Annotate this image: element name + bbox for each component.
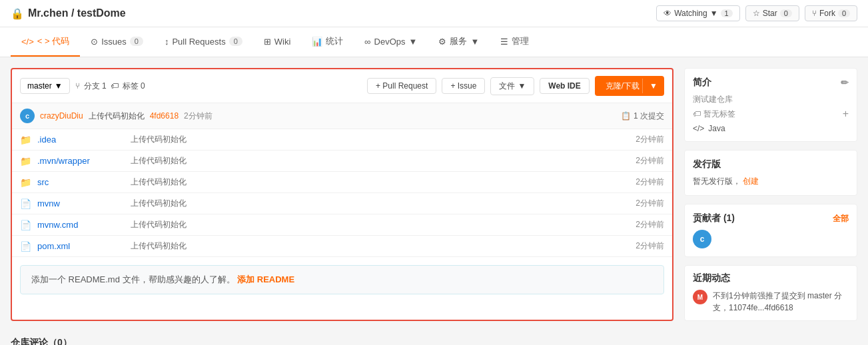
contrib-all-link[interactable]: 全部 bbox=[833, 213, 849, 224]
watching-dropdown-icon: ▼ bbox=[710, 9, 718, 18]
tab-stats[interactable]: 📊 统计 bbox=[301, 27, 354, 57]
file-button[interactable]: 文件 ▼ bbox=[490, 77, 534, 95]
commit-count-icon: 📋 bbox=[621, 111, 631, 121]
star-label: Star bbox=[763, 9, 777, 18]
webide-button[interactable]: Web IDE bbox=[540, 78, 589, 94]
intro-edit-icon[interactable]: ✏ bbox=[841, 77, 849, 88]
watching-label: Watching bbox=[674, 9, 707, 18]
issues-icon: ⊙ bbox=[91, 37, 98, 47]
tab-wiki[interactable]: ⊞ Wiki bbox=[253, 29, 302, 56]
fork-icon: ⑂ bbox=[812, 9, 817, 18]
star-icon: ☆ bbox=[753, 9, 760, 18]
lock-icon: 🔒 bbox=[11, 7, 24, 20]
repo-content: master ▼ ⑂ 分支 1 🏷 标签 0 + Pull Request + … bbox=[11, 68, 673, 321]
branch-select[interactable]: master ▼ bbox=[20, 78, 70, 94]
tab-devops-label: DevOps bbox=[374, 37, 406, 47]
eye-icon: 👁 bbox=[663, 9, 671, 18]
readme-notice: 添加一个 README.md 文件，帮助感兴趣的人了解。 添加 README bbox=[20, 265, 664, 294]
repo-title: 🔒 Mr.chen / testDome bbox=[11, 7, 126, 20]
watching-button[interactable]: 👁 Watching ▼ 1 bbox=[656, 5, 740, 21]
file-row: 📁.idea上传代码初始化2分钟前 bbox=[12, 129, 672, 151]
tab-code[interactable]: </> < > 代码 bbox=[11, 27, 80, 57]
tab-issues[interactable]: ⊙ Issues 0 bbox=[80, 29, 154, 56]
clone-button[interactable]: 克隆/下载 ▼ bbox=[595, 76, 664, 96]
bottom-section: 仓库评论（0） bbox=[0, 332, 868, 345]
commit-hash[interactable]: 4fd6618 bbox=[150, 111, 179, 121]
file-name[interactable]: pom.xml bbox=[37, 241, 124, 251]
activity-avatar: M bbox=[693, 290, 707, 304]
tab-wiki-label: Wiki bbox=[274, 37, 291, 47]
repo-title-text: Mr.chen / testDome bbox=[28, 7, 126, 19]
file-name[interactable]: src bbox=[37, 177, 124, 187]
file-commit-msg: 上传代码初始化 bbox=[131, 240, 629, 252]
file-name[interactable]: mvnw bbox=[37, 198, 124, 208]
release-text: 暂无发行版， 创建 bbox=[693, 176, 849, 187]
file-name[interactable]: mvnw.cmd bbox=[37, 220, 124, 230]
clone-label: 克隆/下载 bbox=[603, 81, 642, 92]
file-name[interactable]: .idea bbox=[37, 135, 124, 145]
activity-text: 不到1分钟前强推了提交到 master 分支，11074fe...4fd6618 bbox=[713, 290, 849, 314]
branch-info: ⑂ 分支 1 🏷 标签 0 bbox=[75, 81, 145, 92]
contrib-title: 贡献者 (1) 全部 bbox=[693, 212, 849, 224]
commit-count-text: 1 次提交 bbox=[634, 111, 664, 122]
star-button[interactable]: ☆ Star 0 bbox=[745, 5, 799, 21]
branch-dropdown-icon: ▼ bbox=[55, 81, 63, 91]
clone-dropdown-icon[interactable]: ▼ bbox=[642, 79, 664, 93]
file-time: 2分钟前 bbox=[636, 155, 664, 167]
tab-devops[interactable]: ∞ DevOps ▼ bbox=[354, 29, 428, 56]
sidebar-intro-section: 简介 ✏ 测试建仓库 🏷 暂无标签 + </> Java bbox=[684, 68, 857, 142]
readme-notice-text: 添加一个 README.md 文件，帮助感兴趣的人了解。 bbox=[31, 274, 235, 284]
activity-title: 近期动态 bbox=[693, 272, 849, 284]
file-row: 📄pom.xml上传代码初始化2分钟前 bbox=[12, 236, 672, 257]
tab-issues-label: Issues bbox=[101, 37, 127, 47]
file-row: 📄mvnw.cmd上传代码初始化2分钟前 bbox=[12, 214, 672, 236]
intro-title: 简介 ✏ bbox=[693, 77, 849, 89]
tag-count: 标签 0 bbox=[123, 81, 145, 92]
devops-icon: ∞ bbox=[364, 37, 370, 47]
branch-fork-icon: ⑂ bbox=[75, 81, 80, 91]
pull-request-button[interactable]: + Pull Request bbox=[367, 78, 436, 94]
file-commit-msg: 上传代码初始化 bbox=[131, 219, 629, 230]
commit-author-avatar: c bbox=[20, 109, 35, 123]
add-tag-button[interactable]: + bbox=[843, 108, 849, 120]
commit-time: 2分钟前 bbox=[184, 111, 213, 122]
add-readme-link[interactable]: 添加 README bbox=[237, 274, 294, 284]
file-name[interactable]: .mvn/wrapper bbox=[37, 156, 124, 166]
tab-pullrequests[interactable]: ↕ Pull Requests 0 bbox=[154, 29, 253, 56]
tab-manage-label: 管理 bbox=[512, 35, 529, 47]
pr-badge: 0 bbox=[229, 37, 242, 46]
commit-author[interactable]: crazyDiuDiu bbox=[40, 111, 83, 121]
stats-icon: 📊 bbox=[312, 37, 322, 47]
tag-label-icon: 🏷 bbox=[693, 109, 701, 119]
file-dropdown-icon: ▼ bbox=[518, 81, 526, 91]
lang-icon: </> bbox=[693, 124, 704, 133]
commit-count: 📋 1 次提交 bbox=[621, 111, 664, 122]
create-release-link[interactable]: 创建 bbox=[743, 176, 759, 186]
folder-icon: 📁 bbox=[20, 156, 31, 167]
file-time: 2分钟前 bbox=[636, 240, 664, 252]
toolbar-right: + Pull Request + Issue 文件 ▼ Web IDE 克隆/下… bbox=[367, 76, 664, 96]
folder-icon: 📁 bbox=[20, 135, 31, 145]
sidebar: 简介 ✏ 测试建仓库 🏷 暂无标签 + </> Java 发行版 暂无发行版， … bbox=[684, 68, 857, 321]
issue-label: + Issue bbox=[450, 81, 476, 91]
file-time: 2分钟前 bbox=[636, 134, 664, 145]
tab-stats-label: 统计 bbox=[326, 35, 343, 47]
file-toolbar: master ▼ ⑂ 分支 1 🏷 标签 0 + Pull Request + … bbox=[12, 69, 672, 103]
service-dropdown-icon: ▼ bbox=[470, 37, 479, 47]
file-commit-msg: 上传代码初始化 bbox=[131, 176, 629, 188]
file-row: 📁src上传代码初始化2分钟前 bbox=[12, 172, 672, 193]
file-commit-msg: 上传代码初始化 bbox=[131, 134, 629, 145]
repo-actions: 👁 Watching ▼ 1 ☆ Star 0 ⑂ Fork 0 bbox=[656, 5, 857, 21]
file-commit-msg: 上传代码初始化 bbox=[131, 198, 629, 209]
tab-manage[interactable]: ☰ 管理 bbox=[490, 27, 540, 57]
tag-icon: 🏷 bbox=[111, 81, 119, 91]
fork-button[interactable]: ⑂ Fork 0 bbox=[805, 5, 857, 21]
lang-item: </> Java bbox=[693, 124, 849, 133]
pull-request-label: + Pull Request bbox=[376, 81, 428, 91]
file-label: 文件 bbox=[499, 81, 515, 92]
file-time: 2分钟前 bbox=[636, 219, 664, 230]
folder-icon: 📁 bbox=[20, 177, 31, 188]
issue-button[interactable]: + Issue bbox=[442, 78, 485, 94]
file-row: 📁.mvn/wrapper上传代码初始化2分钟前 bbox=[12, 151, 672, 172]
tab-service[interactable]: ⚙ 服务 ▼ bbox=[428, 27, 490, 57]
